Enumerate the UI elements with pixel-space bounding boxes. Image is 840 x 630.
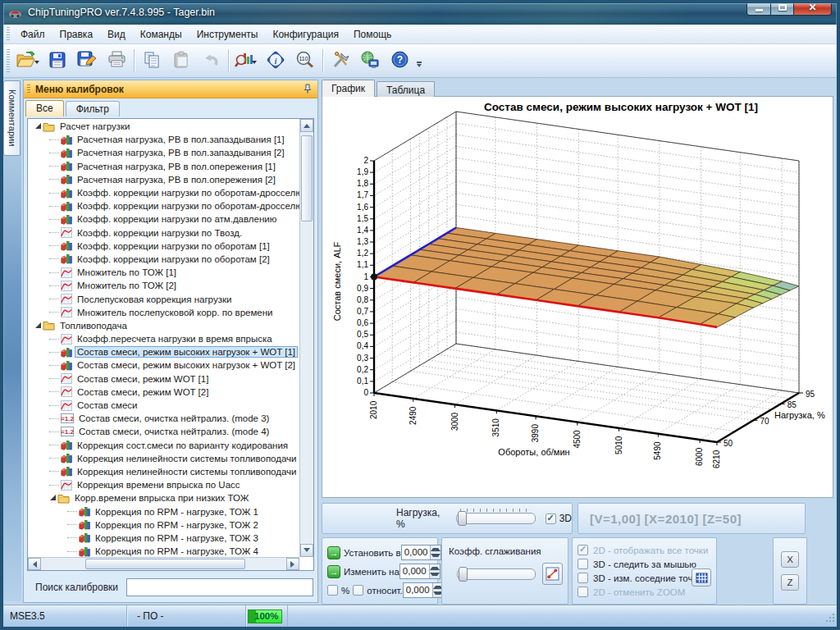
- scroll-left-button[interactable]: [28, 558, 41, 570]
- menu-5[interactable]: Конфигурация: [265, 26, 346, 43]
- tree-item[interactable]: Послепусковая коррекция нагрузки: [28, 292, 299, 305]
- pin-icon[interactable]: [303, 84, 313, 97]
- menu-1[interactable]: Правка: [52, 26, 101, 43]
- tree-item[interactable]: Множитель по ТОЖ [2]: [28, 279, 299, 292]
- menu-2[interactable]: Вид: [100, 26, 133, 43]
- tree-item[interactable]: Коэфф. коррекции нагрузки по оборотам [1…: [28, 240, 299, 253]
- tree-item[interactable]: Множитель послепусковой корр. по времени: [28, 306, 299, 319]
- spin-up-icon[interactable]: [431, 546, 441, 553]
- info-button[interactable]: i: [261, 47, 290, 75]
- tree-item[interactable]: Коэфф.пересчета нагрузки в время впрыска: [28, 332, 299, 345]
- network-button[interactable]: [355, 47, 385, 75]
- tree-expand-icon[interactable]: [49, 493, 57, 503]
- resize-grip[interactable]: [825, 613, 835, 623]
- search-input[interactable]: [126, 578, 313, 596]
- apply-change-button[interactable]: →: [327, 565, 340, 578]
- option-checkbox-0[interactable]: [578, 545, 588, 555]
- edit-neighbors-grid-button[interactable]: [692, 568, 711, 587]
- open-file-button[interactable]: [13, 47, 43, 75]
- tree-item[interactable]: Коэфф. коррекции нагрузки по оборотам [2…: [28, 253, 299, 266]
- tree-item[interactable]: Расчетная нагрузка, РВ в пол.опережения …: [28, 173, 299, 186]
- z-axis-button[interactable]: Z: [781, 574, 799, 591]
- menu-3[interactable]: Команды: [133, 26, 189, 43]
- tree-expand-icon[interactable]: [34, 121, 43, 131]
- menu-6[interactable]: Помощь: [346, 26, 399, 43]
- option-checkbox-3[interactable]: [578, 587, 588, 597]
- tree-item[interactable]: Коррекция по RPM - нагрузке, ТОЖ 4: [28, 545, 299, 557]
- load-slider-thumb[interactable]: [458, 511, 467, 526]
- option-checkbox-1[interactable]: [578, 559, 588, 569]
- tree-expand-icon[interactable]: [34, 321, 43, 331]
- save-button[interactable]: [43, 47, 72, 75]
- relative-spinner[interactable]: 0,000: [403, 582, 444, 598]
- spin-down-icon[interactable]: [431, 553, 441, 560]
- comments-tab[interactable]: Комментарии: [3, 80, 21, 156]
- tree-item[interactable]: Расчетная нагрузка, РВ в пол.запаздывани…: [28, 133, 299, 146]
- tree-horizontal-scrollbar[interactable]: [28, 557, 299, 570]
- undo-button[interactable]: [196, 47, 226, 75]
- tree-item[interactable]: Коррекция по RPM - нагрузке, ТОЖ 1: [28, 504, 299, 518]
- tree-vertical-scrollbar[interactable]: [299, 119, 313, 557]
- dropdown-caret-icon[interactable]: [252, 61, 257, 66]
- horizontal-scroll-thumb[interactable]: [85, 559, 245, 569]
- tree-item[interactable]: Топливоподача: [28, 319, 299, 332]
- change-by-spinner[interactable]: 0,000: [399, 564, 441, 579]
- tab-graph[interactable]: График: [322, 80, 375, 97]
- relative-checkbox[interactable]: [353, 585, 363, 596]
- tree-item[interactable]: Множитель по ТОЖ [1]: [28, 266, 299, 279]
- copy-button[interactable]: [137, 47, 167, 75]
- tree-item[interactable]: Корр.времени впрыска при низких ТОЖ: [28, 491, 299, 504]
- toolbar-overflow-button[interactable]: [414, 48, 423, 73]
- tree-item[interactable]: Коррекция нелинейности системы топливопо…: [28, 452, 299, 465]
- tree-item[interactable]: Состав смеси, режим WOT [1]: [28, 372, 299, 386]
- set-to-spinner[interactable]: 0,000: [401, 545, 442, 560]
- tree-item[interactable]: Расчетная нагрузка, РВ в пол.опережения …: [28, 160, 299, 173]
- tree-item[interactable]: Коррекция сост.смеси по варианту кодиров…: [28, 439, 299, 452]
- scroll-right-button[interactable]: [286, 558, 299, 570]
- zoom-110-button[interactable]: 110: [290, 47, 320, 75]
- dropdown-caret-icon[interactable]: [34, 61, 39, 66]
- tree-item[interactable]: Коррекция нелинейности системы топливопо…: [28, 465, 299, 478]
- x-axis-button[interactable]: X: [781, 551, 799, 568]
- close-button[interactable]: ✕: [794, 0, 832, 16]
- option-checkbox-2[interactable]: [578, 573, 588, 583]
- smoothing-apply-button[interactable]: [542, 563, 563, 585]
- tree-item[interactable]: Коррекция по RPM - нагрузке, ТОЖ 2: [28, 518, 299, 532]
- tools-button[interactable]: [326, 47, 355, 75]
- load-slider[interactable]: [456, 513, 536, 524]
- tree-item[interactable]: Коэфф. коррекции нагрузки по атм.давлени…: [28, 212, 299, 226]
- 3d-checkbox[interactable]: [546, 514, 556, 524]
- tree-item[interactable]: Коррекция времени впрыска по Uacc: [28, 478, 299, 491]
- smoothing-slider[interactable]: [457, 568, 536, 580]
- tree-item[interactable]: Коэфф. коррекции нагрузки по оборотам-др…: [28, 186, 299, 199]
- minimize-button[interactable]: [746, 0, 771, 16]
- tab-all[interactable]: Все: [25, 100, 64, 116]
- tree-item[interactable]: Коррекция по RPM - нагрузке, ТОЖ 3: [28, 532, 299, 545]
- tree-item[interactable]: Коэфф. коррекции нагрузки по Твозд.: [28, 226, 299, 240]
- tree-item[interactable]: Состав смеси, режим высоких нагрузок + W…: [28, 345, 299, 358]
- smoothing-slider-thumb[interactable]: [459, 567, 468, 582]
- tree-item[interactable]: Расчет нагрузки: [28, 120, 299, 133]
- save-edit-button[interactable]: [72, 47, 102, 75]
- spin-down-icon[interactable]: [430, 572, 440, 579]
- scroll-down-button[interactable]: [300, 544, 313, 557]
- paste-button[interactable]: [167, 47, 196, 75]
- tree-item[interactable]: Состав смеси: [28, 399, 299, 412]
- maximize-button[interactable]: [771, 0, 794, 16]
- tab-table[interactable]: Таблица: [377, 81, 435, 97]
- print-button[interactable]: [102, 47, 131, 75]
- menu-4[interactable]: Инструменты: [189, 26, 266, 43]
- tree-item[interactable]: Расчетная нагрузка, РВ в пол.запаздывани…: [28, 146, 299, 159]
- tree-item[interactable]: Состав смеси, режим высоких нагрузок + W…: [28, 358, 299, 372]
- tree-item[interactable]: =1.2Состав смеси, очистка нейтрализ. (mo…: [28, 412, 299, 425]
- menu-0[interactable]: Файл: [13, 26, 52, 43]
- percent-checkbox[interactable]: [327, 585, 338, 596]
- apply-set-button[interactable]: →: [327, 546, 340, 559]
- chart-search-button[interactable]: [231, 47, 261, 75]
- tab-filter[interactable]: Фильтр: [66, 101, 120, 116]
- scroll-up-button[interactable]: [300, 119, 313, 132]
- tree-item[interactable]: Состав смеси, режим WOT [2]: [28, 386, 299, 399]
- vertical-scroll-thumb[interactable]: [301, 135, 313, 221]
- help-button[interactable]: ?: [385, 47, 414, 75]
- tree-item[interactable]: Коэфф. коррекции нагрузки по оборотам-др…: [28, 199, 299, 212]
